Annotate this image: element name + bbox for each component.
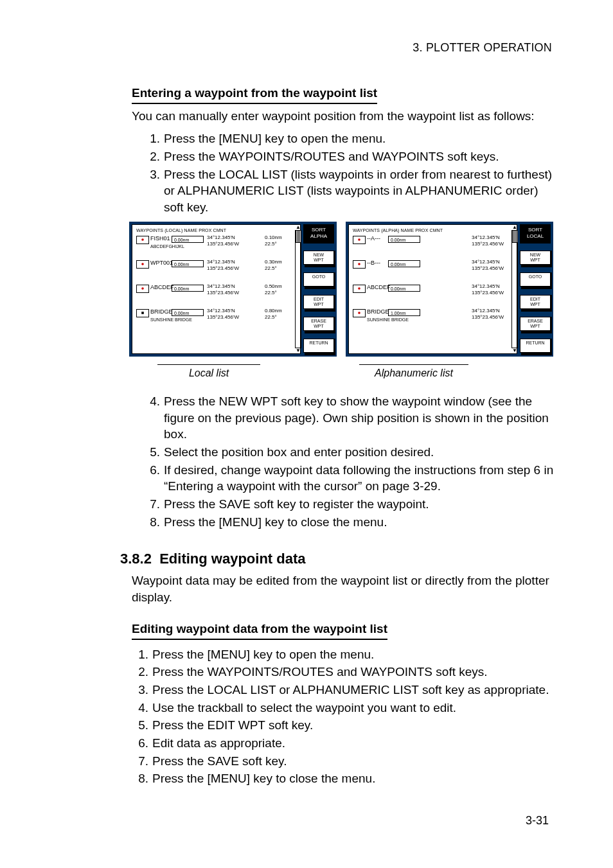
list-row: BRIDGE 0.00nm SUNSHINE BRIDGE 34°12.345'… [136, 309, 296, 332]
figure-captions: Local list Alphanumeric list [157, 364, 555, 380]
step: Press the LOCAL LIST or ALPHANUMERIC LIS… [152, 683, 549, 696]
svg-point-1 [141, 263, 144, 266]
step: Press the EDIT WPT soft key. [152, 718, 313, 732]
scrollbar[interactable]: ▲ ▼ [511, 225, 518, 353]
list-row: ABCDEF 0.00nm 34°12.345'N135°23.456'W 0.… [136, 285, 296, 308]
step: Press the [MENU] key to open the menu. [164, 132, 386, 145]
step: Press the [MENU] key to open the menu. [152, 648, 374, 661]
softkey-goto[interactable]: GOTO [520, 270, 551, 288]
softkey-sort[interactable]: SORTLOCAL [520, 224, 551, 244]
caption-local: Local list [157, 364, 260, 380]
figure: WAYPOINTS (LOCAL) NAME PROX CMNT FISH01 … [129, 222, 555, 357]
caption-alpha: Alphanumeric list [359, 364, 468, 380]
svg-point-4 [358, 239, 360, 242]
scroll-up-icon[interactable]: ▲ [511, 225, 518, 230]
softkey-erase-wpt[interactable]: ERASEWPT [303, 314, 334, 332]
svg-point-0 [141, 239, 144, 242]
panel-subtitle: WAYPOINTS (ALPHA) NAME PROX CMNT [353, 227, 513, 233]
page-number: 3-31 [526, 813, 549, 828]
step: Press the NEW WPT soft key to show the w… [164, 394, 549, 441]
step: Press the WAYPOINTS/ROUTES and WAYPOINTS… [164, 150, 499, 163]
softkey-return[interactable]: RETURN [520, 336, 551, 354]
scrollbar[interactable]: ▲ ▼ [295, 225, 301, 353]
page: 3. PLOTTER OPERATION Entering a waypoint… [0, 0, 613, 868]
step: Press the SAVE soft key. [152, 754, 287, 768]
panel-subtitle: WAYPOINTS (LOCAL) NAME PROX CMNT [136, 227, 296, 233]
softkeys: SORTLOCAL NEWWPT GOTO EDITWPT ERASEWPT R… [520, 224, 551, 354]
content: Entering a waypoint from the waypoint li… [132, 85, 555, 787]
softkey-edit-wpt[interactable]: EDITWPT [303, 292, 334, 310]
softkey-new-wpt[interactable]: NEWWPT [520, 248, 551, 266]
softkey-return[interactable]: RETURN [303, 336, 334, 354]
step: Select the position box and enter positi… [164, 445, 434, 459]
running-header: 3. PLOTTER OPERATION [413, 40, 552, 55]
svg-rect-3 [141, 312, 144, 315]
steps-a: 1.Press the [MENU] key to open the menu.… [146, 130, 555, 215]
section-title-a: Entering a waypoint from the waypoint li… [132, 85, 377, 104]
list-row: BRIDGE 1.00nm SUNSHINE BRIDGE 34°12.345'… [353, 309, 513, 332]
scroll-thumb[interactable] [296, 231, 301, 243]
step: Use the trackball to select the waypoint… [152, 701, 456, 714]
waypoint-mark-icon [353, 309, 366, 317]
svg-point-5 [358, 263, 360, 266]
scroll-down-icon[interactable]: ▼ [511, 348, 518, 353]
steps-c: 1.Press the [MENU] key to open the menu.… [134, 646, 555, 787]
waypoint-mark-icon [136, 260, 149, 269]
step: Press the LOCAL LIST (lists waypoints in… [164, 168, 552, 214]
list-row: WPT001 0.00nm 34°12.345'N135°23.456'W 0.… [136, 260, 296, 283]
waypoint-mark-icon [136, 236, 149, 244]
list-row: --B--- 0.00nm 34°12.345'N135°23.456'W [353, 260, 513, 283]
list-row: --A--- 0.00nm 34°12.345'N135°23.456'W [353, 236, 513, 259]
step: Edit data as appropriate. [152, 736, 285, 750]
alpha-list-panel: WAYPOINTS (ALPHA) NAME PROX CMNT --A--- … [346, 222, 553, 357]
list-row: ABCDEF 0.00nm 34°12.345'N135°23.456'W [353, 285, 513, 308]
step: Press the [MENU] key to close the menu. [164, 515, 387, 529]
softkey-erase-wpt[interactable]: ERASEWPT [520, 314, 551, 332]
softkey-sort[interactable]: SORTALPHA [303, 224, 334, 244]
steps-b: 4.Press the NEW WPT soft key to show the… [146, 393, 555, 530]
svg-point-7 [358, 312, 360, 315]
softkey-new-wpt[interactable]: NEWWPT [303, 248, 334, 266]
softkey-goto[interactable]: GOTO [303, 270, 334, 288]
scroll-down-icon[interactable]: ▼ [295, 348, 301, 353]
svg-point-2 [141, 288, 144, 290]
step: If desired, change waypoint data followi… [164, 463, 553, 493]
intro-a: You can manually enter waypoint position… [132, 108, 555, 125]
softkeys: SORTALPHA NEWWPT GOTO EDITWPT ERASEWPT R… [303, 224, 334, 354]
step: Press the [MENU] key to close the menu. [152, 772, 375, 785]
local-list-panel: WAYPOINTS (LOCAL) NAME PROX CMNT FISH01 … [129, 222, 337, 357]
waypoint-mark-icon [353, 285, 366, 293]
step: Press the WAYPOINTS/ROUTES and WAYPOINTS… [152, 665, 488, 678]
softkey-edit-wpt[interactable]: EDITWPT [520, 292, 551, 310]
waypoint-mark-icon [353, 260, 366, 269]
waypoint-mark-icon [136, 309, 149, 317]
step: Press the SAVE soft key to register the … [164, 497, 429, 511]
scroll-thumb[interactable] [512, 231, 517, 243]
list-row: FISH01 0.00nm ABCDEFGHIJKL 34°12.345'N13… [136, 236, 296, 259]
intro-b: Waypoint data may be edited from the way… [132, 572, 555, 605]
section-title-b: Editing waypoint data from the waypoint … [132, 621, 387, 640]
svg-point-6 [358, 288, 360, 290]
waypoint-mark-icon [353, 236, 366, 244]
scroll-up-icon[interactable]: ▲ [295, 225, 301, 230]
heading-edit: 3.8.2 Editing waypoint data [120, 549, 555, 569]
waypoint-mark-icon [136, 285, 149, 293]
